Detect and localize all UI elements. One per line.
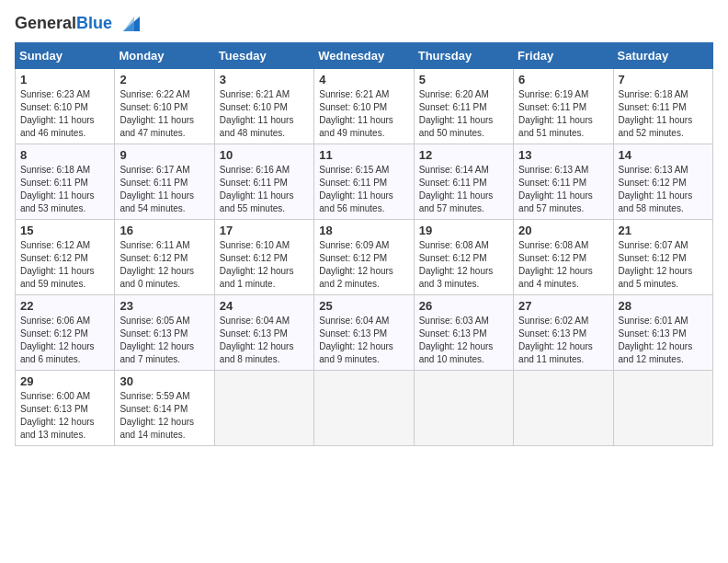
col-header-wednesday: Wednesday (314, 43, 414, 69)
calendar-cell: 10Sunrise: 6:16 AMSunset: 6:11 PMDayligh… (214, 144, 313, 220)
calendar-cell: 26Sunrise: 6:03 AMSunset: 6:13 PMDayligh… (414, 295, 513, 371)
day-number: 28 (619, 299, 708, 313)
day-info: Sunrise: 6:02 AMSunset: 6:13 PMDaylight:… (518, 315, 608, 366)
day-number: 25 (319, 299, 408, 313)
calendar-cell: 2Sunrise: 6:22 AMSunset: 6:10 PMDaylight… (115, 69, 214, 144)
calendar-cell: 17Sunrise: 6:10 AMSunset: 6:12 PMDayligh… (214, 220, 313, 295)
day-info: Sunrise: 6:12 AMSunset: 6:12 PMDaylight:… (20, 239, 109, 291)
day-info: Sunrise: 6:10 AMSunset: 6:12 PMDaylight:… (220, 239, 309, 291)
day-info: Sunrise: 6:05 AMSunset: 6:13 PMDaylight:… (119, 315, 209, 366)
day-number: 11 (319, 148, 408, 162)
svg-marker-1 (123, 17, 134, 31)
day-number: 2 (119, 73, 209, 86)
day-info: Sunrise: 6:01 AMSunset: 6:13 PMDaylight:… (619, 315, 708, 366)
day-number: 17 (220, 224, 309, 237)
day-info: Sunrise: 6:14 AMSunset: 6:11 PMDaylight:… (419, 164, 508, 215)
calendar-cell: 11Sunrise: 6:15 AMSunset: 6:11 PMDayligh… (314, 144, 414, 220)
day-number: 23 (119, 299, 209, 313)
day-number: 5 (419, 73, 508, 86)
calendar-cell: 19Sunrise: 6:08 AMSunset: 6:12 PMDayligh… (414, 220, 513, 295)
day-info: Sunrise: 6:03 AMSunset: 6:13 PMDaylight:… (419, 315, 508, 366)
calendar-cell: 25Sunrise: 6:04 AMSunset: 6:13 PMDayligh… (314, 295, 414, 371)
col-header-monday: Monday (115, 43, 214, 69)
day-info: Sunrise: 6:21 AMSunset: 6:10 PMDaylight:… (220, 88, 309, 140)
day-info: Sunrise: 6:16 AMSunset: 6:11 PMDaylight:… (220, 164, 309, 215)
calendar-cell: 16Sunrise: 6:11 AMSunset: 6:12 PMDayligh… (115, 220, 214, 295)
calendar-cell (514, 371, 613, 446)
day-number: 24 (220, 299, 309, 313)
col-header-thursday: Thursday (414, 43, 513, 69)
day-info: Sunrise: 5:59 AMSunset: 6:14 PMDaylight:… (119, 390, 209, 442)
day-info: Sunrise: 6:19 AMSunset: 6:11 PMDaylight:… (518, 88, 608, 140)
logo: GeneralBlue (15, 15, 140, 33)
col-header-tuesday: Tuesday (214, 43, 313, 69)
calendar-cell: 3Sunrise: 6:21 AMSunset: 6:10 PMDaylight… (214, 69, 313, 144)
day-number: 6 (518, 73, 608, 86)
logo-icon (114, 15, 140, 33)
day-info: Sunrise: 6:04 AMSunset: 6:13 PMDaylight:… (319, 315, 408, 366)
header-row: SundayMondayTuesdayWednesdayThursdayFrid… (16, 43, 713, 69)
day-info: Sunrise: 6:20 AMSunset: 6:11 PMDaylight:… (419, 88, 508, 140)
calendar-cell: 4Sunrise: 6:21 AMSunset: 6:10 PMDaylight… (314, 69, 414, 144)
calendar-cell: 27Sunrise: 6:02 AMSunset: 6:13 PMDayligh… (514, 295, 613, 371)
day-info: Sunrise: 6:08 AMSunset: 6:12 PMDaylight:… (518, 239, 608, 291)
calendar-cell: 24Sunrise: 6:04 AMSunset: 6:13 PMDayligh… (214, 295, 313, 371)
calendar-cell (314, 371, 414, 446)
day-number: 16 (119, 224, 209, 237)
day-info: Sunrise: 6:18 AMSunset: 6:11 PMDaylight:… (619, 88, 708, 140)
calendar-table: SundayMondayTuesdayWednesdayThursdayFrid… (15, 42, 713, 446)
day-number: 7 (619, 73, 708, 86)
day-info: Sunrise: 6:09 AMSunset: 6:12 PMDaylight:… (319, 239, 408, 291)
calendar-cell: 1Sunrise: 6:23 AMSunset: 6:10 PMDaylight… (16, 69, 115, 144)
day-info: Sunrise: 6:17 AMSunset: 6:11 PMDaylight:… (119, 164, 209, 215)
day-number: 4 (319, 73, 408, 86)
day-info: Sunrise: 6:21 AMSunset: 6:10 PMDaylight:… (319, 88, 408, 140)
calendar-cell: 12Sunrise: 6:14 AMSunset: 6:11 PMDayligh… (414, 144, 513, 220)
day-number: 19 (419, 224, 508, 237)
day-info: Sunrise: 6:22 AMSunset: 6:10 PMDaylight:… (119, 88, 209, 140)
calendar-cell (414, 371, 513, 446)
day-number: 14 (619, 148, 708, 162)
day-number: 1 (20, 73, 109, 86)
day-number: 27 (518, 299, 608, 313)
day-info: Sunrise: 6:00 AMSunset: 6:13 PMDaylight:… (20, 390, 109, 442)
logo-text: GeneralBlue (15, 15, 112, 33)
day-number: 22 (20, 299, 109, 313)
day-number: 13 (518, 148, 608, 162)
day-number: 10 (220, 148, 309, 162)
day-info: Sunrise: 6:13 AMSunset: 6:11 PMDaylight:… (518, 164, 608, 215)
col-header-friday: Friday (514, 43, 613, 69)
calendar-cell (214, 371, 313, 446)
day-number: 30 (119, 374, 209, 388)
calendar-cell: 14Sunrise: 6:13 AMSunset: 6:12 PMDayligh… (613, 144, 712, 220)
day-number: 21 (619, 224, 708, 237)
calendar-cell: 29Sunrise: 6:00 AMSunset: 6:13 PMDayligh… (16, 371, 115, 446)
calendar-cell: 5Sunrise: 6:20 AMSunset: 6:11 PMDaylight… (414, 69, 513, 144)
day-info: Sunrise: 6:15 AMSunset: 6:11 PMDaylight:… (319, 164, 408, 215)
calendar-cell: 15Sunrise: 6:12 AMSunset: 6:12 PMDayligh… (16, 220, 115, 295)
calendar-cell: 18Sunrise: 6:09 AMSunset: 6:12 PMDayligh… (314, 220, 414, 295)
day-number: 9 (119, 148, 209, 162)
day-info: Sunrise: 6:13 AMSunset: 6:12 PMDaylight:… (619, 164, 708, 215)
calendar-cell: 13Sunrise: 6:13 AMSunset: 6:11 PMDayligh… (514, 144, 613, 220)
calendar-cell (613, 371, 712, 446)
calendar-cell: 22Sunrise: 6:06 AMSunset: 6:12 PMDayligh… (16, 295, 115, 371)
day-number: 29 (20, 374, 109, 388)
day-info: Sunrise: 6:11 AMSunset: 6:12 PMDaylight:… (119, 239, 209, 291)
day-number: 15 (20, 224, 109, 237)
day-info: Sunrise: 6:07 AMSunset: 6:12 PMDaylight:… (619, 239, 708, 291)
calendar-cell: 9Sunrise: 6:17 AMSunset: 6:11 PMDaylight… (115, 144, 214, 220)
day-info: Sunrise: 6:06 AMSunset: 6:12 PMDaylight:… (20, 315, 109, 366)
calendar-cell: 6Sunrise: 6:19 AMSunset: 6:11 PMDaylight… (514, 69, 613, 144)
calendar-cell: 23Sunrise: 6:05 AMSunset: 6:13 PMDayligh… (115, 295, 214, 371)
day-info: Sunrise: 6:23 AMSunset: 6:10 PMDaylight:… (20, 88, 109, 140)
day-number: 8 (20, 148, 109, 162)
col-header-saturday: Saturday (613, 43, 712, 69)
calendar-cell: 20Sunrise: 6:08 AMSunset: 6:12 PMDayligh… (514, 220, 613, 295)
day-number: 18 (319, 224, 408, 237)
calendar-cell: 8Sunrise: 6:18 AMSunset: 6:11 PMDaylight… (16, 144, 115, 220)
page-header: GeneralBlue (15, 15, 713, 33)
calendar-cell: 7Sunrise: 6:18 AMSunset: 6:11 PMDaylight… (613, 69, 712, 144)
day-info: Sunrise: 6:04 AMSunset: 6:13 PMDaylight:… (220, 315, 309, 366)
day-number: 26 (419, 299, 508, 313)
